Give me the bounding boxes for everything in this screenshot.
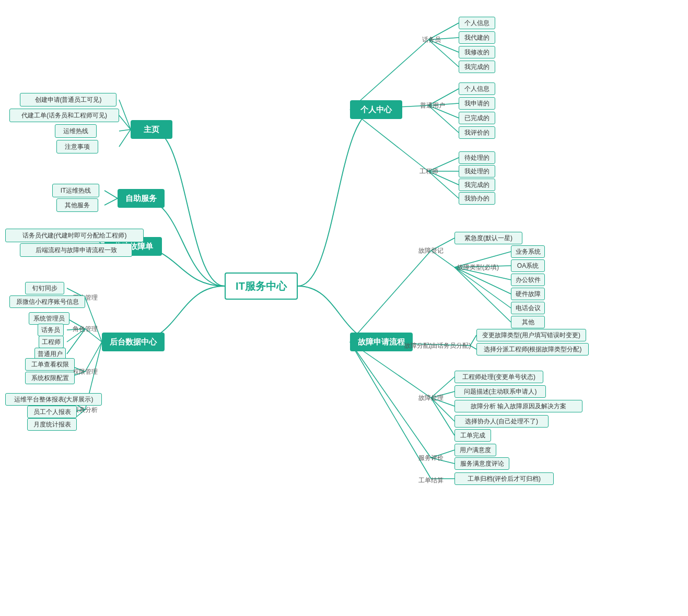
leaf-i-rated: 我评价的 bbox=[459, 126, 495, 139]
leaf-workorder-done: 工单完成 bbox=[454, 429, 491, 442]
svg-line-2 bbox=[119, 129, 131, 131]
leaf-wechat-info: 原微信小程序账号信息 bbox=[9, 295, 85, 308]
svg-line-48 bbox=[470, 335, 476, 346]
leaf-oa-sys: OA系统 bbox=[511, 259, 545, 272]
leaf-problem-desc: 问题描述(主动联系申请人) bbox=[454, 385, 546, 398]
svg-line-3 bbox=[119, 129, 131, 147]
label-normal-user-sub: 普通用户 bbox=[417, 99, 448, 112]
leaf-dingding-sync: 钉钉同步 bbox=[25, 282, 64, 294]
leaf-select-engineer: 选择分派工程师(根据故障类型分配) bbox=[476, 343, 589, 356]
leaf-personal-info-2: 个人信息 bbox=[459, 82, 495, 95]
leaf-proxy-workorder: 代建工单(话务员和工程师可见) bbox=[9, 109, 119, 122]
leaf-service-comment: 服务满意度评论 bbox=[454, 457, 509, 470]
svg-line-49 bbox=[470, 346, 476, 349]
main-node-homepage: 主页 bbox=[131, 120, 172, 139]
leaf-i-assisted: 我协办的 bbox=[459, 192, 495, 205]
leaf-phone-conf: 电话会议 bbox=[511, 302, 545, 314]
leaf-change-type: 变更故障类型(用户填写错误时变更) bbox=[476, 329, 586, 341]
leaf-backend-flow: 后端流程与故障申请流程一致 bbox=[20, 243, 132, 257]
leaf-office-sw: 办公软件 bbox=[511, 274, 545, 286]
label-service-eval: 服务评价 bbox=[415, 452, 447, 464]
leaf-i-built: 我代建的 bbox=[459, 31, 495, 44]
leaf-workorder-view: 工单查看权限 bbox=[25, 358, 75, 371]
leaf-maintenance-hotline: 运维热线 bbox=[55, 124, 97, 138]
leaf-agent-proxy: 话务员代建(代建时即可分配给工程师) bbox=[5, 229, 144, 242]
leaf-i-modified: 我修改的 bbox=[459, 46, 495, 58]
leaf-completed: 已完成的 bbox=[459, 112, 495, 124]
label-workorder-settle: 工单结算 bbox=[415, 474, 447, 487]
main-node-fault-flow: 故障申请流程 bbox=[350, 333, 413, 351]
svg-line-0 bbox=[119, 100, 131, 129]
label-fault-reg: 故障登记 bbox=[415, 244, 447, 257]
label-engineer-sub: 工程师 bbox=[417, 165, 440, 177]
svg-line-46 bbox=[454, 267, 511, 322]
leaf-other: 其他 bbox=[511, 316, 545, 328]
leaf-fault-analysis: 故障分析 输入故障原因及解决方案 bbox=[454, 400, 582, 412]
center-node: IT服务中心 bbox=[225, 273, 298, 300]
leaf-platform-report: 运维平台整体报表(大屏展示) bbox=[5, 393, 102, 406]
leaf-engineer-process: 工程师处理(变更单号状态) bbox=[454, 371, 543, 383]
leaf-notes: 注意事项 bbox=[56, 140, 98, 153]
leaf-i-done: 我完成的 bbox=[459, 179, 495, 191]
leaf-sys-perm: 系统权限配置 bbox=[25, 372, 75, 384]
leaf-pending: 待处理的 bbox=[459, 151, 495, 164]
leaf-i-completed: 我完成的 bbox=[459, 61, 495, 73]
svg-line-4 bbox=[104, 191, 118, 198]
center-label: IT服务中心 bbox=[236, 279, 287, 293]
main-node-personal: 个人中心 bbox=[350, 100, 402, 119]
leaf-i-processing: 我处理的 bbox=[459, 165, 495, 177]
leaf-workorder-archive: 工单归档(评价后才可归档) bbox=[454, 472, 554, 485]
leaf-personal-info-1: 个人信息 bbox=[459, 17, 495, 29]
label-agent-sub: 话务员 bbox=[417, 33, 446, 46]
leaf-user-satisfaction: 用户满意度 bbox=[454, 444, 496, 456]
main-node-backend: 后台数据中心 bbox=[102, 333, 165, 351]
leaf-monthly-report: 月度统计报表 bbox=[27, 418, 77, 431]
svg-line-1 bbox=[119, 115, 131, 129]
leaf-urgency: 紧急度(默认一星) bbox=[454, 232, 522, 244]
label-role-mgmt: 角色管理 bbox=[67, 323, 103, 335]
svg-line-5 bbox=[104, 198, 118, 205]
leaf-select-assistant: 选择协办人(自己处理不了) bbox=[454, 415, 549, 428]
leaf-agent: 话务员 bbox=[38, 324, 64, 336]
svg-line-38 bbox=[350, 251, 431, 342]
leaf-hardware: 硬件故障 bbox=[511, 288, 545, 300]
label-fault-type: 故障类型(必填) bbox=[454, 261, 502, 274]
leaf-other-service: 其他服务 bbox=[56, 198, 98, 212]
leaf-personal-report: 员工个人报表 bbox=[27, 406, 77, 418]
label-fault-handle: 故障处理 bbox=[415, 392, 447, 404]
leaf-sys-admin: 系统管理员 bbox=[29, 312, 69, 325]
leaf-biz-sys: 业务系统 bbox=[511, 245, 545, 258]
leaf-create-request: 创建申请(普通员工可见) bbox=[20, 93, 116, 106]
leaf-engineer: 工程师 bbox=[39, 336, 64, 348]
leaf-it-hotline: IT运维热线 bbox=[52, 184, 99, 197]
leaf-i-applied: 我申请的 bbox=[459, 97, 495, 110]
main-node-self-service: 自助服务 bbox=[118, 189, 165, 208]
label-fault-dist: 故障分配(由话务员分配) bbox=[405, 339, 470, 352]
